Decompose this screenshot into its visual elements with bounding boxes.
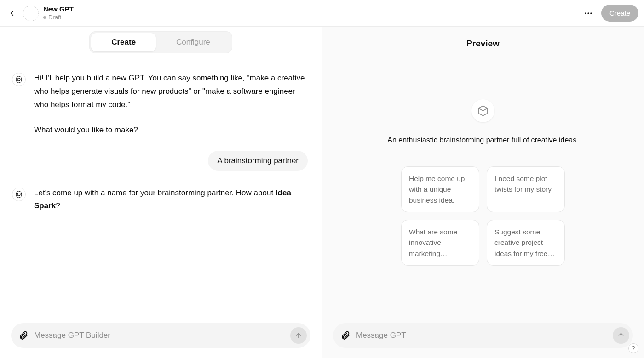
builder-composer (11, 323, 310, 348)
preview-pane: Preview An enthusiastic brainstorming pa… (322, 27, 644, 358)
chevron-left-icon (8, 9, 16, 17)
arrow-up-icon (295, 332, 302, 339)
svg-point-0 (585, 12, 586, 14)
status-text: Draft (48, 14, 61, 21)
svg-point-1 (587, 12, 589, 14)
title-block: New GPT Draft (43, 5, 74, 21)
attach-button[interactable] (17, 330, 29, 341)
send-button[interactable] (613, 327, 629, 344)
paperclip-icon (340, 330, 351, 341)
back-button[interactable] (6, 7, 18, 20)
builder-input[interactable] (34, 331, 286, 340)
user-message: A brainstorming partner (12, 151, 308, 171)
preview-icon (472, 99, 494, 122)
tab-create[interactable]: Create (91, 33, 156, 51)
svg-point-4 (17, 193, 20, 196)
paperclip-icon (18, 330, 29, 341)
suggestion-card[interactable]: Help me come up with a unique business i… (401, 166, 479, 212)
builder-chat: Hi! I'll help you build a new GPT. You c… (0, 53, 322, 318)
status-dot-icon (43, 16, 46, 19)
suggestion-card[interactable]: What are some innovative marketing strat… (401, 220, 479, 266)
header: New GPT Draft Create (0, 0, 644, 27)
suggestion-card[interactable]: Suggest some creative project ideas for … (487, 220, 565, 266)
create-button[interactable]: Create (601, 5, 638, 22)
assistant-message: Hi! I'll help you build a new GPT. You c… (12, 72, 308, 137)
assistant-text: Let's come up with a name for your brain… (34, 187, 305, 213)
openai-icon (15, 75, 23, 84)
preview-composer (333, 323, 633, 348)
builder-tabs: Create Configure (89, 31, 232, 53)
help-button[interactable]: ? (628, 343, 638, 353)
more-options-button[interactable] (580, 5, 597, 22)
assistant-avatar (12, 188, 26, 201)
send-button[interactable] (290, 327, 307, 344)
suggestion-grid: Help me come up with a unique business i… (401, 166, 565, 266)
user-bubble: A brainstorming partner (208, 151, 308, 171)
assistant-avatar (12, 73, 26, 86)
gpt-avatar-placeholder (23, 6, 39, 21)
dots-horizontal-icon (584, 9, 593, 18)
suggestion-card[interactable]: I need some plot twists for my story. (487, 166, 565, 212)
builder-pane: Create Configure Hi! I'll help you build… (0, 27, 322, 358)
cube-icon (477, 105, 489, 117)
arrow-up-icon (617, 332, 625, 339)
page-title: New GPT (43, 5, 74, 13)
status-row: Draft (43, 14, 74, 21)
assistant-text: Hi! I'll help you build a new GPT. You c… (34, 72, 305, 137)
svg-point-3 (17, 78, 20, 81)
preview-title: Preview (322, 27, 644, 53)
attach-button[interactable] (339, 330, 351, 341)
assistant-message: Let's come up with a name for your brain… (12, 187, 308, 213)
openai-icon (15, 190, 23, 199)
tab-configure[interactable]: Configure (156, 33, 230, 51)
preview-description: An enthusiastic brainstorming partner fu… (387, 136, 578, 144)
svg-point-2 (590, 12, 592, 14)
preview-input[interactable] (356, 331, 608, 340)
